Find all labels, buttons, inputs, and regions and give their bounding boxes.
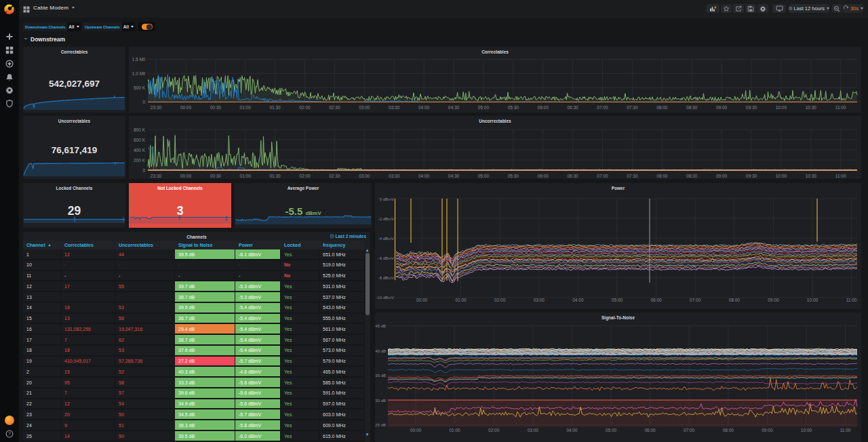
svg-text:08:00: 08:00 (723, 428, 734, 433)
svg-text:600 K: 600 K (134, 138, 146, 142)
svg-text:04:00: 04:00 (566, 428, 578, 433)
svg-text:01:30: 01:30 (269, 105, 281, 110)
svg-text:03:00: 03:00 (534, 298, 545, 302)
svg-text:03:00: 03:00 (528, 428, 539, 433)
svg-text:400 K: 400 K (134, 148, 146, 153)
svg-text:09:00: 09:00 (716, 174, 728, 178)
svg-text:06:30: 06:30 (567, 105, 578, 110)
svg-text:03:00: 03:00 (359, 174, 370, 178)
svg-text:02:00: 02:00 (299, 105, 311, 110)
svg-text:10:00: 10:00 (801, 428, 812, 433)
svg-text:05:00: 05:00 (478, 174, 490, 178)
svg-text:09:00: 09:00 (768, 298, 779, 302)
svg-text:10:00: 10:00 (776, 105, 787, 110)
svg-text:10:30: 10:30 (806, 174, 817, 178)
svg-text:03:00: 03:00 (359, 105, 370, 110)
svg-text:45 dB: 45 dB (375, 324, 386, 328)
svg-text:01:30: 01:30 (269, 174, 281, 178)
svg-text:?: ? (8, 431, 11, 436)
svg-text:04:00: 04:00 (572, 298, 584, 302)
svg-text:10:30: 10:30 (806, 105, 817, 110)
svg-text:01:00: 01:00 (449, 428, 460, 433)
svg-text:08:00: 08:00 (729, 298, 741, 302)
svg-text:06:30: 06:30 (567, 174, 578, 178)
svg-text:05:00: 05:00 (606, 428, 617, 433)
svg-text:09:00: 09:00 (762, 428, 773, 433)
svg-text:23:30: 23:30 (151, 105, 162, 110)
svg-text:02:00: 02:00 (488, 428, 500, 433)
svg-text:06:00: 06:00 (644, 428, 656, 433)
svg-text:01:00: 01:00 (455, 298, 467, 302)
svg-text:09:30: 09:30 (746, 105, 757, 110)
svg-text:02:30: 02:30 (329, 105, 340, 110)
svg-text:04:30: 04:30 (448, 105, 460, 110)
svg-text:07:00: 07:00 (690, 298, 701, 302)
svg-text:04:00: 04:00 (418, 105, 430, 110)
svg-text:09:00: 09:00 (716, 105, 728, 110)
svg-text:00:00: 00:00 (180, 105, 192, 110)
svg-text:11:00: 11:00 (835, 105, 846, 110)
svg-text:0: 0 (142, 100, 145, 104)
svg-text:05:00: 05:00 (478, 105, 490, 110)
svg-text:1.0 Mil: 1.0 Mil (132, 71, 146, 76)
svg-text:07:00: 07:00 (597, 174, 608, 178)
svg-text:04:30: 04:30 (448, 174, 460, 178)
svg-text:-10 dBmV: -10 dBmV (376, 296, 394, 300)
svg-text:08:00: 08:00 (656, 174, 668, 178)
svg-text:00:30: 00:30 (210, 105, 222, 110)
svg-text:08:00: 08:00 (656, 105, 668, 110)
svg-text:03:30: 03:30 (389, 174, 400, 178)
svg-text:02:00: 02:00 (494, 298, 506, 302)
svg-text:08:30: 08:30 (686, 105, 698, 110)
svg-text:11:00: 11:00 (835, 174, 846, 178)
svg-text:06:00: 06:00 (538, 174, 549, 178)
svg-text:800 K: 800 K (134, 127, 146, 132)
svg-text:09:30: 09:30 (746, 174, 757, 178)
svg-text:05:00: 05:00 (612, 298, 623, 302)
svg-text:06:00: 06:00 (650, 298, 662, 302)
svg-text:10:00: 10:00 (776, 174, 787, 178)
svg-text:00:00: 00:00 (180, 174, 192, 178)
svg-text:08:30: 08:30 (686, 174, 698, 178)
svg-text:-4 dBmV: -4 dBmV (378, 237, 394, 241)
svg-text:-8 dBmV: -8 dBmV (378, 276, 394, 280)
svg-text:1.5 Mil: 1.5 Mil (132, 57, 146, 62)
svg-text:07:30: 07:30 (627, 105, 638, 110)
svg-text:05:30: 05:30 (508, 174, 519, 178)
svg-text:25 dB: 25 dB (375, 423, 386, 427)
svg-text:200 K: 200 K (134, 158, 146, 163)
svg-text:01:00: 01:00 (240, 105, 252, 110)
svg-text:05:30: 05:30 (508, 105, 519, 110)
svg-text:00:30: 00:30 (210, 174, 222, 178)
svg-text:01:00: 01:00 (240, 174, 252, 178)
svg-text:23:30: 23:30 (151, 174, 162, 178)
svg-text:02:00: 02:00 (299, 174, 311, 178)
svg-text:30 dB: 30 dB (375, 399, 386, 403)
svg-text:07:00: 07:00 (597, 105, 608, 110)
svg-text:07:00: 07:00 (684, 428, 695, 433)
svg-text:35 dB: 35 dB (375, 374, 386, 378)
svg-text:10:00: 10:00 (807, 298, 818, 302)
svg-text:00:00: 00:00 (410, 428, 422, 433)
svg-text:-2 dBmV: -2 dBmV (378, 217, 394, 221)
svg-text:07:30: 07:30 (627, 174, 638, 178)
svg-text:500 K: 500 K (134, 85, 146, 90)
svg-text:03:30: 03:30 (389, 105, 400, 110)
svg-text:40 dB: 40 dB (375, 349, 386, 353)
svg-text:0: 0 (142, 168, 145, 173)
svg-text:00:00: 00:00 (416, 298, 428, 302)
svg-text:06:00: 06:00 (538, 105, 549, 110)
svg-text:0 dBmV: 0 dBmV (380, 197, 394, 201)
svg-text:04:00: 04:00 (418, 174, 430, 178)
svg-text:-6 dBmV: -6 dBmV (378, 256, 394, 260)
svg-text:02:30: 02:30 (329, 174, 340, 178)
svg-text:11:00: 11:00 (846, 298, 857, 302)
svg-text:11:00: 11:00 (840, 428, 851, 433)
